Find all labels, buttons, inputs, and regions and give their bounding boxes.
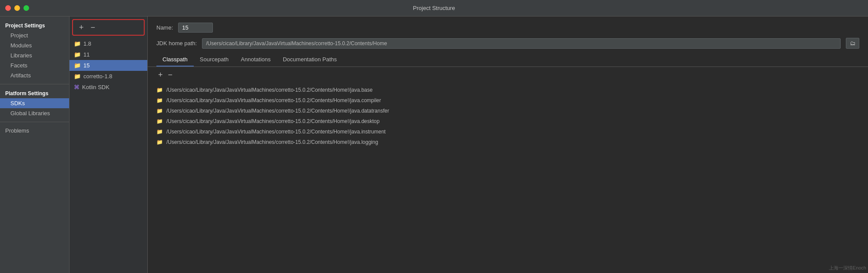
project-settings-title: Project Settings (0, 20, 69, 30)
sdk-folder-icon: 📁 (74, 62, 81, 69)
cp-item-1[interactable]: 📁 /Users/cicao/Library/Java/JavaVirtualM… (148, 95, 868, 106)
add-sdk-button[interactable]: + (76, 23, 86, 32)
cp-folder-icon: 📁 (156, 108, 163, 114)
sdk-label: Kotlin SDK (82, 84, 109, 90)
sidebar-divider-2 (0, 122, 69, 122)
tabs-bar: Classpath Sourcepath Annotations Documen… (148, 53, 868, 67)
main-content: Name: JDK home path: 🗂 Classpath Sourcep… (148, 17, 868, 273)
traffic-lights (5, 5, 29, 11)
platform-settings-title: Platform Settings (0, 88, 69, 98)
sdk-label: 11 (83, 51, 89, 58)
jdk-path-label: JDK home path: (156, 40, 197, 47)
sdk-panel: + − 📁 1.8 📁 11 📁 15 📁 corretto-1.8 ⌘ (70, 17, 148, 273)
sidebar-item-sdks[interactable]: SDKs (0, 98, 69, 108)
tab-annotations[interactable]: Annotations (235, 53, 277, 67)
sidebar-item-project[interactable]: Project (0, 30, 69, 40)
tab-sourcepath[interactable]: Sourcepath (194, 53, 235, 67)
sdk-item-11[interactable]: 📁 11 (70, 49, 147, 60)
classpath-toolbar: + − (148, 67, 868, 83)
tab-classpath[interactable]: Classpath (156, 53, 194, 67)
cp-item-4[interactable]: 📁 /Users/cicao/Library/Java/JavaVirtualM… (148, 127, 868, 137)
name-row: Name: (148, 17, 868, 36)
cp-item-path: /Users/cicao/Library/Java/JavaVirtualMac… (166, 139, 378, 145)
tab-documentation-paths[interactable]: Documentation Paths (277, 53, 343, 67)
sidebar-item-problems[interactable]: Problems (0, 126, 69, 136)
remove-sdk-button[interactable]: − (88, 23, 98, 32)
cp-folder-icon: 📁 (156, 118, 163, 124)
sdk-item-1.8[interactable]: 📁 1.8 (70, 38, 147, 49)
sdk-folder-icon: 📁 (74, 51, 81, 58)
sdk-folder-icon: 📁 (74, 73, 81, 80)
jdk-path-row: JDK home path: 🗂 (148, 36, 868, 53)
remove-classpath-button[interactable]: − (166, 70, 175, 80)
sidebar-item-facets[interactable]: Facets (0, 60, 69, 70)
sdk-label: 15 (83, 62, 89, 69)
sdk-item-15[interactable]: 📁 15 (70, 60, 147, 71)
cp-item-path: /Users/cicao/Library/Java/JavaVirtualMac… (166, 118, 380, 124)
sdk-list: 📁 1.8 📁 11 📁 15 📁 corretto-1.8 ⌘ Kotlin … (70, 38, 147, 273)
close-button[interactable] (5, 5, 11, 11)
main-layout: Project Settings Project Modules Librari… (0, 17, 868, 273)
sdk-toolbar: + − (72, 19, 145, 36)
sdk-label: 1.8 (83, 40, 91, 47)
sdk-label: corretto-1.8 (83, 73, 112, 80)
classpath-list: 📁 /Users/cicao/Library/Java/JavaVirtualM… (148, 83, 868, 273)
sidebar-item-modules[interactable]: Modules (0, 40, 69, 50)
watermark: 上海一深情Enoch (829, 265, 866, 271)
sidebar-divider (0, 84, 69, 84)
add-classpath-button[interactable]: + (156, 70, 165, 80)
kotlin-icon: ⌘ (74, 84, 80, 90)
sdk-item-kotlin[interactable]: ⌘ Kotlin SDK (70, 82, 147, 93)
cp-item-2[interactable]: 📁 /Users/cicao/Library/Java/JavaVirtualM… (148, 106, 868, 116)
sidebar-item-artifacts[interactable]: Artifacts (0, 70, 69, 80)
sidebar-item-global-libraries[interactable]: Global Libraries (0, 108, 69, 118)
cp-item-path: /Users/cicao/Library/Java/JavaVirtualMac… (166, 129, 386, 135)
cp-folder-icon: 📁 (156, 129, 163, 135)
jdk-path-input[interactable] (202, 38, 841, 49)
name-label: Name: (156, 24, 173, 31)
cp-item-path: /Users/cicao/Library/Java/JavaVirtualMac… (166, 87, 373, 93)
window-title: Project Structure (413, 5, 455, 11)
title-bar: Project Structure (0, 0, 868, 17)
cp-item-path: /Users/cicao/Library/Java/JavaVirtualMac… (166, 108, 389, 114)
cp-folder-icon: 📁 (156, 97, 163, 103)
cp-item-path: /Users/cicao/Library/Java/JavaVirtualMac… (166, 97, 381, 103)
name-input[interactable] (178, 23, 213, 33)
cp-folder-icon: 📁 (156, 139, 163, 145)
cp-folder-icon: 📁 (156, 87, 163, 93)
cp-item-3[interactable]: 📁 /Users/cicao/Library/Java/JavaVirtualM… (148, 116, 868, 127)
sidebar: Project Settings Project Modules Librari… (0, 17, 70, 273)
sdk-folder-icon: 📁 (74, 40, 81, 47)
maximize-button[interactable] (23, 5, 29, 11)
sdk-item-corretto[interactable]: 📁 corretto-1.8 (70, 71, 147, 82)
cp-item-0[interactable]: 📁 /Users/cicao/Library/Java/JavaVirtualM… (148, 85, 868, 95)
minimize-button[interactable] (14, 5, 20, 11)
sidebar-item-libraries[interactable]: Libraries (0, 50, 69, 60)
browse-folder-button[interactable]: 🗂 (846, 38, 859, 49)
cp-item-5[interactable]: 📁 /Users/cicao/Library/Java/JavaVirtualM… (148, 137, 868, 147)
